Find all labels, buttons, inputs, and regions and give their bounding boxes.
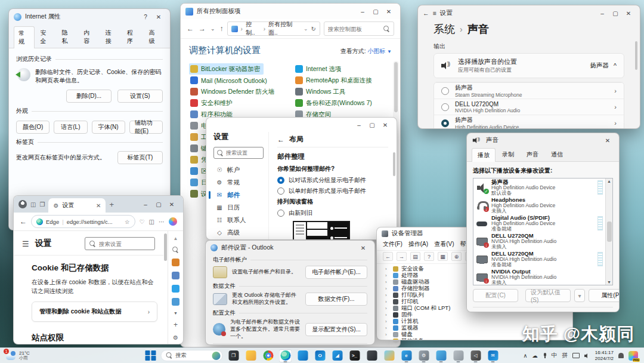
property-tab[interactable]: 高级 (144, 26, 165, 48)
more-menu-icon[interactable]: ⋯ (159, 219, 165, 225)
control-panel-item[interactable]: Internet 选项 (294, 63, 345, 75)
refresh-icon[interactable]: ↻ (311, 26, 316, 32)
menu-item[interactable]: 查看(V) (434, 240, 454, 248)
settings-nav-item[interactable]: ⚙ 常规 (213, 176, 264, 189)
maximize-button[interactable]: ▢ (369, 8, 382, 15)
settings-nav-item[interactable]: ◇ 高级 (213, 226, 264, 239)
configure-button[interactable]: 配置(C) (473, 289, 518, 302)
taskbar-app-button[interactable]: ◁ (469, 349, 482, 362)
sidebar-add-icon[interactable]: + (174, 321, 178, 329)
control-panel-item[interactable]: RemoteApp 和桌面连接 (294, 75, 376, 86)
taskbar-app-button[interactable] (435, 349, 448, 362)
control-panel-titlebar[interactable]: 所有控制面板项 –▢✕ (181, 4, 400, 19)
onedrive-cloud-icon[interactable]: ☁ (532, 352, 538, 359)
minimize-button[interactable]: – (139, 201, 152, 208)
workspaces-icon[interactable]: ◫ (30, 201, 36, 208)
radio-option[interactable]: 以对话形式分组显示电子邮件 (277, 176, 388, 184)
internet-properties-titlebar[interactable]: Internet 属性 ?✕ (9, 9, 170, 24)
scrollbar[interactable] (164, 233, 167, 261)
back-button[interactable]: ← (423, 10, 429, 17)
view-by-caret-icon[interactable]: ▼ (387, 49, 392, 54)
settings-nav-item[interactable]: ☷ 联系人 (213, 214, 264, 226)
taskbar-app-button[interactable] (244, 349, 258, 362)
property-tab[interactable]: 程序 (122, 26, 143, 48)
group-action-button[interactable]: 数据文件(F)... (305, 293, 367, 306)
weather-widget[interactable]: 1 21°C 小雨 (0, 348, 36, 363)
taskbar-app-button[interactable] (296, 349, 309, 362)
toolbar-button[interactable]: ← (383, 252, 393, 261)
toolbar-button[interactable]: ▦ (438, 252, 448, 261)
browser-essentials-icon[interactable]: ♡ (140, 219, 145, 225)
split-screen-icon[interactable]: ◫ (149, 219, 154, 225)
close-button[interactable]: ✕ (601, 137, 614, 144)
taskbar-app-button[interactable]: >_ (348, 349, 361, 362)
breadcrumb-control-panel[interactable]: 控制.. (246, 20, 261, 37)
appearance-button[interactable]: 字体(N) (92, 121, 125, 134)
dialog-titlebar[interactable]: )) 声音 ✕ (467, 133, 619, 147)
control-panel-item[interactable]: Mail (Microsoft Outlook) (189, 75, 271, 86)
sound-tab[interactable]: 录制 (496, 147, 520, 161)
toolbar-button[interactable]: → (397, 252, 407, 261)
control-panel-item[interactable]: BitLocker 驱动器加密 (189, 63, 264, 75)
browser-tab[interactable]: ⚙ 设置 ✕ (48, 198, 106, 213)
search-input[interactable] (226, 150, 260, 156)
edge-sidebar-icon[interactable] (172, 259, 179, 266)
back-button[interactable]: ← (20, 217, 27, 226)
taskbar-app-button[interactable]: ⚙ (417, 349, 431, 362)
taskbar-app-button[interactable]: ❐ (227, 349, 240, 362)
settings-search[interactable] (85, 237, 155, 250)
back-button[interactable]: ← (277, 136, 284, 144)
device-radio[interactable] (441, 119, 449, 127)
settings-titlebar[interactable]: ← ≡ 设置 –▢✕ (418, 5, 640, 21)
taskbar-app-button[interactable]: e (400, 349, 413, 362)
settings-nav-item[interactable]: ✉ 邮件 (213, 189, 264, 201)
toolbar-button[interactable]: ? (424, 252, 434, 261)
maximize-button[interactable]: ▢ (152, 201, 165, 208)
sound-tab[interactable]: 播放 (472, 148, 496, 162)
appearance-button[interactable]: 辅助功能(E) (129, 121, 163, 134)
output-location-card[interactable]: )) 选择播放声音的位置 应用可能有自己的设置 扬声器 ^ (434, 53, 624, 78)
clock[interactable]: 16:41:17 2024/7/2 (595, 350, 614, 361)
expand-chevron-icon[interactable]: › (385, 319, 390, 324)
sound-tab[interactable]: 通信 (545, 147, 569, 161)
expand-chevron-icon[interactable]: › (385, 306, 390, 311)
view-by-dropdown[interactable]: 小图标 (367, 48, 385, 54)
scrollbar[interactable]: ▲▼ (605, 179, 612, 285)
collapse-chevron-icon[interactable]: ^ (614, 62, 617, 69)
expand-chevron-icon[interactable]: › (385, 339, 390, 340)
chevron-right-icon[interactable]: › (614, 87, 617, 94)
address-dropdown-icon[interactable]: ⌄ (304, 26, 308, 32)
property-tab[interactable]: 常规 (14, 26, 35, 48)
scrollbar[interactable] (635, 41, 637, 70)
taskbar-app-button[interactable]: ✉ (487, 349, 500, 362)
sidebar-search-icon[interactable] (172, 247, 179, 253)
help-button[interactable]: ? (139, 14, 152, 20)
sidebar-collapse-icon[interactable]: ▲ (174, 236, 178, 241)
appearance-button[interactable]: 语言(L) (54, 121, 87, 134)
control-panel-item[interactable]: Windows Defender 防火墙 (189, 86, 278, 97)
radio-selected[interactable] (277, 177, 284, 184)
profile-avatar[interactable] (18, 200, 27, 208)
ime-mode-indicator[interactable]: 拼 (562, 352, 568, 359)
radio-unselected[interactable] (277, 187, 284, 195)
touch-keyboard-icon[interactable] (572, 353, 580, 358)
breadcrumb[interactable]: ›控制.. ›所有控制面.. ⌄ ↻ (227, 21, 320, 36)
sound-tab[interactable]: 声音 (521, 147, 544, 161)
history-settings-button[interactable]: 设置(S) (117, 90, 163, 103)
group-action-button[interactable]: 显示配置文件(S)... (305, 323, 367, 336)
volume-icon[interactable] (584, 353, 590, 358)
playback-device-row[interactable]: DELL U2720QM NVIDIA High Definition Audi… (473, 232, 605, 250)
property-tab[interactable]: 内容 (79, 26, 100, 48)
output-device-row[interactable]: 扬声器 High Definition Audio Device › (434, 115, 624, 129)
set-default-button[interactable]: 设为默认值(S) (525, 289, 571, 302)
close-button[interactable]: ✕ (152, 14, 165, 20)
expand-chevron-icon[interactable]: › (385, 299, 390, 304)
radio-option[interactable]: 由新到旧 (277, 209, 388, 217)
maximize-button[interactable]: ▢ (366, 122, 379, 128)
menu-item[interactable]: 文件(F) (383, 240, 402, 248)
edge-sidebar-icon[interactable] (172, 285, 179, 293)
edge-sidebar-icon[interactable] (172, 272, 179, 279)
device-radio[interactable] (441, 103, 449, 111)
ime-language-indicator[interactable]: 中 (552, 352, 558, 359)
taskbar-app-button[interactable] (262, 349, 275, 362)
